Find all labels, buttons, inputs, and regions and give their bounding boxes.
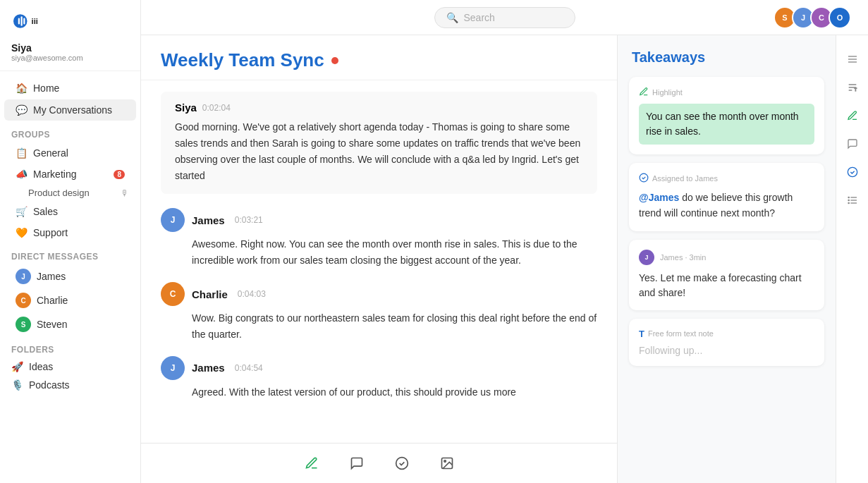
right-check-icon[interactable]	[840, 159, 865, 185]
speaker-name: James	[192, 214, 225, 226]
check-button[interactable]	[389, 451, 415, 476]
sidebar-item-label: My Conversations	[33, 104, 112, 116]
takeaways-panel: Takeaways Highlight You can see the mont…	[617, 35, 836, 483]
product-design-label: Product design	[28, 188, 90, 198]
message-time: 0:04:03	[238, 289, 266, 299]
message-block: Siya 0:02:04 Good morning. We've got a r…	[161, 92, 597, 194]
search-bar[interactable]: 🔍 Search	[434, 7, 575, 28]
main-area: 🔍 Search S J C O Weekly Team Sync	[141, 0, 868, 483]
avatar-4: O	[829, 6, 851, 29]
message-header: Siya 0:02:04	[175, 102, 583, 114]
freeform-input[interactable]: Following up...	[639, 345, 814, 356]
right-toolbar: T	[836, 35, 868, 483]
chat-area: Weekly Team Sync Siya 0:02:04 Good morni…	[141, 35, 617, 483]
svg-text:T: T	[854, 87, 857, 92]
dm-item-james[interactable]: J James	[4, 265, 136, 288]
message-block: C Charlie 0:04:03 Wow. Big congrats to o…	[161, 282, 597, 342]
dm-item-steven[interactable]: S Steven	[4, 313, 136, 336]
ideas-icon: 🚀	[11, 361, 23, 372]
reply-card-header: J James · 3min	[639, 250, 814, 265]
group-label: Support	[33, 227, 68, 238]
takeaway-card-assigned: Assigned to James @James do we believe t…	[629, 163, 824, 231]
chat-title: Weekly Team Sync	[161, 49, 597, 71]
image-button[interactable]	[434, 451, 460, 476]
sidebar-item-label: Home	[33, 82, 59, 94]
highlight-card-icon	[639, 87, 649, 98]
sales-icon: 🛒	[16, 206, 27, 217]
user-name: Siya	[11, 42, 129, 54]
message-time: 0:02:04	[202, 103, 231, 113]
check-card-icon	[639, 173, 649, 184]
charlie-message-avatar: C	[161, 282, 185, 306]
topbar-avatars: S J C O	[778, 6, 851, 29]
message-header: J James 0:04:54	[161, 356, 597, 380]
reply-avatar: J	[639, 250, 654, 265]
speaker-name: James	[192, 362, 225, 374]
message-text: Agreed. With the latest version of our p…	[192, 384, 597, 400]
chat-toolbar	[141, 443, 617, 483]
home-icon: 🏠	[16, 82, 27, 94]
mic-icon: 🎙	[121, 188, 129, 198]
podcasts-icon: 🎙️	[11, 379, 23, 391]
svg-point-0	[13, 14, 27, 28]
right-list-icon[interactable]	[840, 188, 865, 213]
folder-item-ideas[interactable]: 🚀 Ideas	[0, 357, 140, 376]
sidebar-item-my-conversations[interactable]: 💬 My Conversations	[4, 99, 136, 121]
card-label-text: Highlight	[652, 88, 683, 97]
content-area: Weekly Team Sync Siya 0:02:04 Good morni…	[141, 35, 868, 483]
group-label: General	[33, 147, 68, 159]
freeform-label-text: Free form text note	[648, 329, 714, 338]
sidebar-item-sales[interactable]: 🛒 Sales	[4, 202, 136, 221]
search-icon: 🔍	[446, 12, 458, 23]
sidebar-item-general[interactable]: 📋 General	[4, 143, 136, 163]
sidebar-item-marketing[interactable]: 📣 Marketing 8	[4, 164, 136, 184]
freeform-icon: T	[639, 329, 644, 339]
group-label: Sales	[33, 206, 58, 217]
sidebar-item-home[interactable]: 🏠 Home	[4, 78, 136, 99]
topbar: 🔍 Search S J C O	[141, 0, 868, 35]
right-lines-icon[interactable]	[840, 47, 865, 72]
takeaway-card-freeform[interactable]: T Free form text note Following up...	[629, 319, 824, 366]
right-chat-icon[interactable]	[840, 131, 865, 157]
dm-item-charlie[interactable]: C Charlie	[4, 289, 136, 312]
sidebar-item-support[interactable]: 🧡 Support	[4, 223, 136, 243]
message-time: 0:04:54	[235, 363, 263, 373]
svg-point-13	[848, 167, 857, 176]
sidebar-item-product-design[interactable]: Product design 🎙	[0, 185, 140, 201]
right-pen-icon[interactable]	[840, 103, 865, 128]
comment-button[interactable]	[344, 451, 369, 476]
svg-point-7	[444, 460, 446, 463]
general-icon: 📋	[16, 147, 27, 159]
marketing-badge: 8	[114, 170, 125, 179]
takeaways-title: Takeaways	[629, 49, 824, 66]
dm-label: Charlie	[37, 295, 68, 306]
james-message-avatar: J	[161, 208, 185, 232]
folder-item-podcasts[interactable]: 🎙️ Podcasts	[0, 376, 140, 394]
reply-meta: James · 3min	[660, 253, 706, 262]
speaker-name: Charlie	[192, 288, 228, 300]
svg-point-5	[396, 458, 408, 470]
user-profile: Siya siya@awesome.com	[0, 37, 140, 71]
message-block: J James 0:04:54 Agreed. With the latest …	[161, 356, 597, 400]
message-text: Wow. Big congrats to our northeastern sa…	[192, 310, 597, 342]
chat-title-text: Weekly Team Sync	[161, 49, 324, 71]
speaker-name: Siya	[175, 102, 197, 114]
user-email: siya@awesome.com	[11, 54, 129, 62]
james-avatar: J	[16, 269, 31, 284]
svg-point-8	[640, 173, 648, 182]
highlight-button[interactable]	[299, 451, 324, 476]
takeaway-card-highlight: Highlight You can see the month over mon…	[629, 77, 824, 154]
message-header: C Charlie 0:04:03	[161, 282, 597, 306]
assigned-card-text: @James do we believe this growth trend w…	[639, 190, 814, 221]
chat-header: Weekly Team Sync	[141, 35, 617, 80]
svg-rect-2	[21, 16, 23, 26]
card-label: Assigned to James	[639, 173, 814, 184]
message-time: 0:03:21	[235, 215, 263, 225]
highlight-card-text: You can see the month over month rise in…	[639, 104, 814, 145]
mention: @James	[639, 192, 679, 203]
folder-label: Podcasts	[29, 379, 70, 391]
message-block: J James 0:03:21 Awesome. Right now. You …	[161, 208, 597, 268]
right-text-icon[interactable]: T	[840, 75, 865, 100]
svg-text:iii: iii	[32, 17, 38, 25]
svg-rect-1	[18, 18, 20, 25]
